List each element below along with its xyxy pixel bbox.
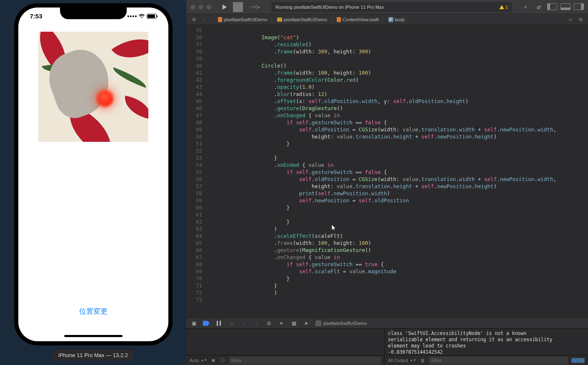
debug-memory-graph-icon[interactable]: ⚭ <box>278 320 285 327</box>
bottom-panel-toggle[interactable] <box>560 3 570 10</box>
debug-process[interactable]: pixellateSwiftUIDemo <box>315 320 367 326</box>
right-panel-toggle[interactable] <box>574 3 584 10</box>
variables-filter-input[interactable] <box>229 357 381 364</box>
xcode-window: ⟶▯▸ Running pixellateSwiftUIDemo on iPho… <box>186 0 588 365</box>
warning-indicator[interactable]: 1 <box>499 5 508 10</box>
jump-file[interactable]: ContentView.swift <box>337 17 379 22</box>
jump-target[interactable]: pixellateSwiftUIDemo <box>277 17 328 22</box>
hide-debug-area-icon[interactable]: ▣ <box>190 320 197 327</box>
svg-rect-0 <box>233 2 243 12</box>
activity-viewer: Running pixellateSwiftUIDemo on iPhone 1… <box>271 2 512 12</box>
console-output-text[interactable]: class 'SwiftUI.AccessibilityNode' is not… <box>385 329 588 355</box>
toggle-position-button[interactable]: 位置変更 <box>18 307 168 316</box>
print-description-icon[interactable]: ⓘ <box>220 357 225 363</box>
pause-continue-icon[interactable] <box>215 320 222 327</box>
debug-toolbar: ▣ ⤼ ↓ ↑ ⧉ ⚭ ▦ ➤ pixellateSwiftUIDemo <box>186 317 588 328</box>
minimap-toggle-icon[interactable]: ≡ <box>567 16 574 23</box>
debug-consoles: Auto ▲▼ ◉ ⓘ class 'SwiftUI.Accessibility… <box>186 328 588 365</box>
add-editor-icon[interactable]: ⊞ <box>577 16 584 23</box>
add-button[interactable]: ＋ <box>520 3 530 11</box>
signal-icon <box>128 15 137 17</box>
simulator-device-label: iPhone 11 Pro Max — 13.2.2 <box>53 350 134 361</box>
stop-button[interactable] <box>233 3 243 11</box>
jump-bar[interactable]: ⊞ 〈 〉 pixellateSwiftUIDemo 〉 pixellateSw… <box>186 14 588 25</box>
step-over-icon[interactable]: ⤼ <box>228 320 235 327</box>
window-traffic-lights[interactable] <box>190 5 211 10</box>
console-filter-input[interactable] <box>429 357 568 364</box>
battery-icon <box>147 14 157 19</box>
jump-project[interactable]: pixellateSwiftUIDemo <box>218 17 268 22</box>
wifi-icon <box>138 14 145 19</box>
step-out-icon[interactable]: ↑ <box>253 320 260 327</box>
code-content[interactable]: Image("cat") .resizable() .frame(width: … <box>207 25 588 317</box>
notch <box>60 8 127 19</box>
line-number-gutter: 3536373839404142434445464748495051525354… <box>186 25 207 317</box>
svg-rect-1 <box>217 321 218 326</box>
ios-simulator: 7:53 位置変更 iPhone 11 Pro Max — 13. <box>0 0 186 365</box>
phone-frame: 7:53 位置変更 <box>14 3 173 345</box>
code-editor[interactable]: 3536373839404142434445464748495051525354… <box>186 25 588 317</box>
variables-view[interactable]: Auto ▲▼ ◉ ⓘ <box>186 329 385 365</box>
cat-image-view[interactable] <box>38 32 148 142</box>
phone-screen[interactable]: 7:53 位置変更 <box>18 8 168 341</box>
draggable-red-circle[interactable] <box>97 90 113 107</box>
jump-symbol[interactable]: Pbody <box>388 17 405 22</box>
variables-scope-popup[interactable]: Auto ▲▼ <box>190 358 207 363</box>
breakpoints-toggle-icon[interactable] <box>203 320 210 327</box>
warning-triangle-icon <box>499 5 504 10</box>
clear-console-icon[interactable]: 🗑 <box>420 357 425 363</box>
step-into-icon[interactable]: ↓ <box>240 320 247 327</box>
output-scope-popup[interactable]: All Output ▲▼ <box>388 358 416 363</box>
scheme-selector[interactable]: ⟶▯▸ <box>246 3 263 11</box>
simulate-location-icon[interactable]: ➤ <box>303 320 310 327</box>
output-console[interactable]: class 'SwiftUI.AccessibilityNode' is not… <box>385 329 588 365</box>
status-time: 7:53 <box>30 13 43 20</box>
svg-rect-2 <box>220 321 221 326</box>
forward-button[interactable]: 〉 <box>209 16 215 23</box>
left-panel-toggle[interactable] <box>547 3 557 10</box>
run-button[interactable] <box>220 3 230 11</box>
xcode-toolbar: ⟶▯▸ Running pixellateSwiftUIDemo on iPho… <box>186 0 588 14</box>
app-icon <box>315 320 321 326</box>
environment-overrides-icon[interactable]: ▦ <box>290 320 297 327</box>
back-button[interactable]: 〈 <box>200 16 206 23</box>
console-pane-toggle[interactable] <box>571 358 585 363</box>
debug-view-hierarchy-icon[interactable]: ⧉ <box>265 320 272 327</box>
quicklook-icon[interactable]: ◉ <box>210 357 216 363</box>
related-items-icon[interactable]: ⊞ <box>190 16 197 23</box>
home-indicator[interactable] <box>64 335 123 337</box>
code-review-button[interactable]: ⇄ <box>534 3 544 11</box>
run-status-text: Running pixellateSwiftUIDemo on iPhone 1… <box>275 5 384 10</box>
status-icons <box>128 14 157 19</box>
toolbar-right-buttons: ＋ ⇄ <box>520 3 584 11</box>
